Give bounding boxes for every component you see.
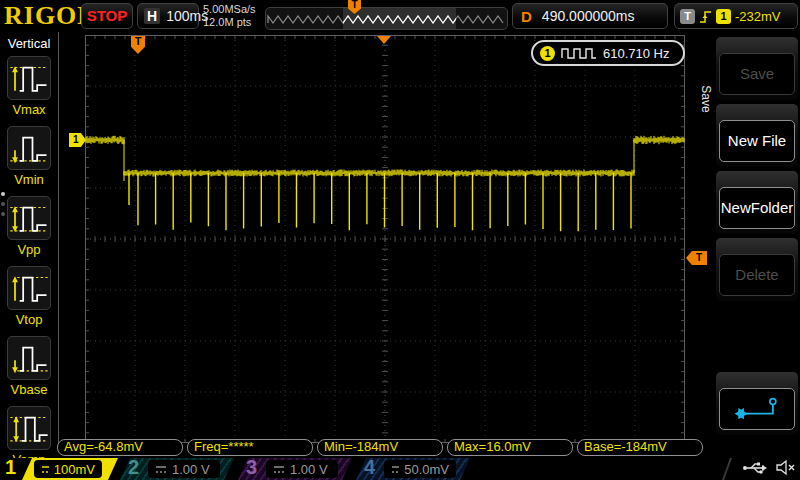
right-menu: Save Save New File NewFolder Delete	[700, 32, 800, 450]
channel4-number: 4	[364, 456, 375, 479]
delay-value: 490.000000ms	[542, 8, 635, 24]
dc-coupling-icon	[155, 465, 167, 474]
channel1-position-marker[interactable]: 1	[69, 133, 86, 147]
channel3-number: 3	[246, 456, 257, 479]
square-wave-icon	[561, 46, 597, 60]
dc-coupling-icon	[391, 465, 399, 474]
run-state-button[interactable]: STOP	[81, 3, 133, 29]
trigger-readout: T 1 -232mV	[674, 3, 798, 29]
measurement-base[interactable]: Base=-184mV	[577, 439, 703, 456]
vtop-icon	[7, 266, 51, 310]
delay-readout: D 490.000000ms	[512, 3, 668, 29]
menu-item-label: Vbase	[0, 382, 58, 397]
status-icons	[742, 459, 796, 476]
channel1-scale: 100mV	[54, 462, 95, 477]
softkey-cell: New File	[716, 104, 798, 167]
memory-depth: 12.0M pts	[203, 16, 256, 29]
waveform-preview-bar[interactable]	[265, 7, 508, 30]
softkey-cell: NewFolder	[716, 171, 798, 234]
dc-coupling-icon	[273, 465, 285, 474]
menu-item-vpp[interactable]: Vpp	[0, 196, 58, 262]
menu-item-vmin[interactable]: Vmin	[0, 126, 58, 192]
vbase-icon	[7, 336, 51, 380]
vamp-icon	[7, 406, 51, 450]
sample-rate: 5.00MSa/s	[203, 3, 256, 16]
softkey-new-file[interactable]: New File	[719, 120, 795, 162]
left-menu: Vertical Vmax Vmin	[0, 32, 59, 450]
delay-label: D	[521, 8, 532, 25]
trigger-label: T	[680, 9, 695, 24]
menu-item-vbase[interactable]: Vbase	[0, 336, 58, 402]
left-menu-title: Vertical	[0, 36, 58, 51]
softkey-back[interactable]	[719, 388, 795, 430]
channel1-status[interactable]: 100mV	[22, 458, 118, 480]
usb-icon	[742, 460, 768, 476]
channel-bar: 1 100mV 2 1.00 V 3	[0, 458, 800, 480]
top-bar: RIGOL STOP H 100ms 5.00MSa/s 12.0M pts T…	[0, 0, 800, 32]
softkey-save[interactable]: Save	[719, 53, 795, 95]
channel3-scale: 1.00 V	[290, 462, 328, 477]
return-arrow-icon	[729, 394, 785, 424]
softkey-new-folder[interactable]: NewFolder	[719, 187, 795, 229]
measurement-max[interactable]: Max=16.0mV	[447, 439, 573, 456]
dc-coupling-icon	[41, 465, 49, 474]
measurement-min[interactable]: Min=-184mV	[317, 439, 443, 456]
measurement-avg[interactable]: Avg=-64.8mV	[57, 439, 183, 456]
oscilloscope-screen: RIGOL STOP H 100ms 5.00MSa/s 12.0M pts T…	[0, 0, 800, 480]
menu-tab-save: Save	[699, 69, 713, 129]
softkey-cell	[716, 372, 798, 435]
waveform-pulses	[129, 173, 631, 231]
vmin-icon	[7, 126, 51, 170]
menu-item-label: Vtop	[0, 312, 58, 327]
channel4-status[interactable]: 4 50.0mV	[356, 458, 470, 480]
channel4-scale: 50.0mV	[404, 462, 449, 477]
frequency-counter-value: 610.710 Hz	[603, 46, 670, 61]
trigger-level-value: -232mV	[735, 9, 781, 24]
softkey-delete[interactable]: Delete	[719, 254, 795, 296]
menu-item-label: Vmin	[0, 172, 58, 187]
channel2-status[interactable]: 2 1.00 V	[120, 458, 234, 480]
menu-page-dots	[1, 192, 5, 222]
channel3-status[interactable]: 3 1.00 V	[238, 458, 352, 480]
frequency-counter: 1 610.710 Hz	[531, 40, 685, 66]
menu-item-label: Vpp	[0, 242, 58, 257]
channel2-number: 2	[128, 456, 139, 479]
softkey-cell: Save	[716, 37, 798, 100]
acquisition-info: 5.00MSa/s 12.0M pts	[203, 3, 256, 29]
trigger-source-chip: 1	[716, 9, 731, 24]
graticule-display	[85, 35, 685, 443]
menu-item-label: Vmax	[0, 102, 58, 117]
menu-item-vtop[interactable]: Vtop	[0, 266, 58, 332]
vpp-icon	[7, 196, 51, 240]
timebase-control[interactable]: H 100ms	[137, 3, 199, 29]
measurement-freq[interactable]: Freq=*****	[187, 439, 313, 456]
vmax-icon	[7, 56, 51, 100]
menu-item-vmax[interactable]: Vmax	[0, 56, 58, 122]
frequency-counter-channel: 1	[540, 46, 555, 61]
channel1-number: 1	[5, 456, 16, 479]
timebase-value: 100ms	[166, 8, 208, 24]
timebase-label: H	[144, 8, 160, 24]
speaker-muted-icon	[776, 459, 796, 476]
preview-waveform	[266, 8, 507, 29]
channel2-scale: 1.00 V	[172, 462, 210, 477]
softkey-cell: Delete	[716, 238, 798, 301]
rising-edge-icon	[699, 9, 712, 24]
